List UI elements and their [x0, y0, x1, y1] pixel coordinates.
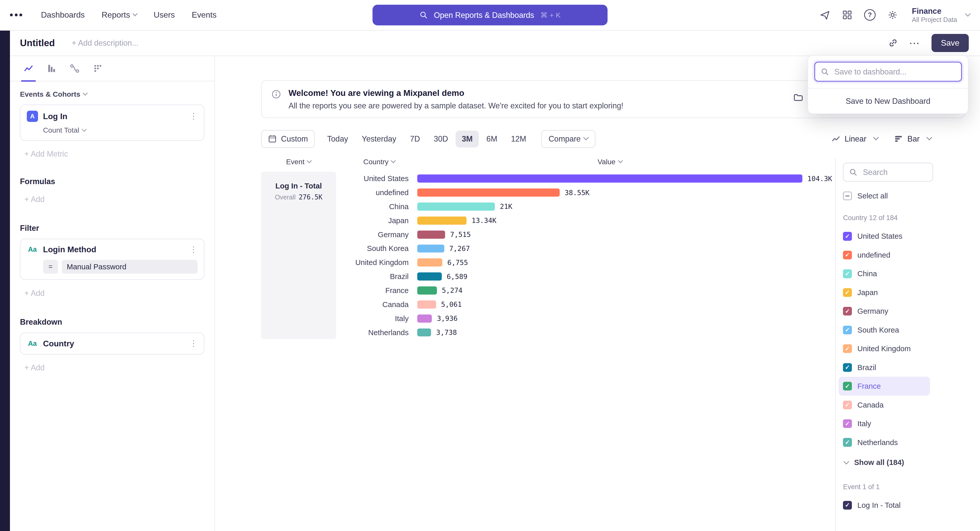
report-title[interactable]: Untitled [20, 38, 55, 48]
tab-retention[interactable] [86, 56, 110, 81]
filter-card[interactable]: Aa Login Method ⋮ = Manual Password [20, 239, 204, 280]
checkbox-checked-icon[interactable]: ✓ [843, 438, 852, 447]
metric-kebab-icon[interactable]: ⋮ [189, 112, 198, 120]
range-chip-6m[interactable]: 6M [480, 131, 504, 147]
metric-card[interactable]: A Log In ⋮ Count Total [20, 105, 204, 141]
range-chip-yesterday[interactable]: Yesterday [355, 131, 402, 147]
column-header-value[interactable]: Value [417, 158, 802, 166]
custom-date-button[interactable]: Custom [261, 130, 315, 148]
dashboard-search-input[interactable] [833, 67, 956, 77]
more-options-button[interactable]: ⋯ [909, 38, 920, 48]
country-checkbox-row[interactable]: ✓United Kingdom [838, 339, 930, 358]
checkbox-checked-icon[interactable]: ✓ [843, 251, 852, 259]
breakdown-card[interactable]: Aa Country ⋮ [20, 333, 204, 354]
nav-item-events[interactable]: Events [192, 10, 216, 20]
bar-segment[interactable] [417, 328, 431, 337]
mixpanel-logo[interactable] [10, 14, 22, 16]
apps-grid-icon[interactable] [842, 10, 852, 20]
tab-insights[interactable] [17, 56, 40, 81]
event-checkbox-row[interactable]: ✓Log In - Total [838, 496, 930, 514]
chart-type-selector[interactable]: Bar [894, 135, 931, 143]
breakdown-kebab-icon[interactable]: ⋮ [189, 339, 198, 348]
segment-search-field[interactable] [843, 163, 933, 181]
compare-button[interactable]: Compare [541, 130, 595, 148]
project-switcher[interactable]: Finance All Project Data [912, 6, 970, 24]
filter-value[interactable]: Manual Password [62, 260, 197, 274]
checkbox-checked-icon[interactable]: ✓ [843, 344, 852, 353]
checkbox-checked-icon[interactable]: ✓ [843, 401, 852, 409]
bar-segment[interactable] [417, 174, 802, 182]
filter-property-name[interactable]: Login Method [43, 245, 184, 254]
global-search-button[interactable]: Open Reports & Dashboards ⌘ + K [372, 5, 608, 25]
string-property-badge: Aa [27, 340, 38, 348]
country-checkbox-row[interactable]: ✓South Korea [838, 320, 930, 339]
metric-name[interactable]: Log In [43, 112, 184, 121]
filter-kebab-icon[interactable]: ⋮ [189, 246, 198, 254]
indeterminate-checkbox[interactable] [843, 192, 852, 200]
scale-selector[interactable]: Linear [832, 135, 878, 143]
range-chip-7d[interactable]: 7D [404, 131, 426, 147]
country-checkbox-row[interactable]: ✓undefined [838, 246, 930, 264]
checkbox-checked-icon[interactable]: ✓ [843, 501, 852, 510]
bar-segment[interactable] [417, 300, 436, 309]
country-checkbox-row[interactable]: ✓France [838, 377, 930, 395]
segment-search-input[interactable] [862, 167, 927, 177]
bar-segment[interactable] [417, 314, 432, 323]
checkbox-checked-icon[interactable]: ✓ [843, 232, 852, 241]
range-chip-today[interactable]: Today [321, 131, 355, 147]
range-chip-30d[interactable]: 30D [428, 131, 454, 147]
country-checkbox-row[interactable]: ✓Japan [838, 283, 930, 302]
bar-segment[interactable] [417, 217, 466, 225]
breakdown-property-name[interactable]: Country [43, 339, 184, 349]
checkbox-checked-icon[interactable]: ✓ [843, 382, 852, 390]
checkbox-checked-icon[interactable]: ✓ [843, 307, 852, 315]
tab-flows[interactable] [63, 56, 86, 81]
country-checkbox-row[interactable]: ✓Netherlands [838, 433, 930, 452]
checkbox-checked-icon[interactable]: ✓ [843, 288, 852, 297]
column-header-country[interactable]: Country [341, 158, 417, 166]
bar-segment[interactable] [417, 273, 442, 281]
aggregation-selector[interactable]: Count Total [43, 126, 198, 135]
bar-segment[interactable] [417, 244, 444, 253]
nav-item-dashboards[interactable]: Dashboards [41, 10, 85, 20]
checkbox-checked-icon[interactable]: ✓ [843, 363, 852, 372]
checkbox-checked-icon[interactable]: ✓ [843, 269, 852, 278]
country-checkbox-row[interactable]: ✓Germany [838, 302, 930, 320]
range-chip-3m[interactable]: 3M [455, 131, 479, 147]
copy-link-icon[interactable] [888, 38, 898, 48]
events-cohorts-section-label[interactable]: Events & Cohorts [20, 90, 204, 98]
help-icon[interactable]: ? [864, 9, 876, 21]
add-filter-button[interactable]: + Add [24, 289, 204, 298]
save-button[interactable]: Save [932, 34, 969, 52]
series-summary[interactable]: Log In - Total Overall276.5K [261, 172, 336, 339]
nav-item-reports[interactable]: Reports [102, 10, 137, 20]
select-all-row[interactable]: Select all [843, 192, 972, 200]
bar-segment[interactable] [417, 231, 445, 239]
add-description-button[interactable]: + Add description... [72, 38, 138, 48]
send-feedback-icon[interactable] [820, 10, 830, 21]
dashboard-search-field[interactable] [815, 62, 962, 82]
country-checkbox-row[interactable]: ✓Italy [838, 414, 930, 433]
add-metric-button[interactable]: + Add Metric [24, 149, 204, 159]
country-checkbox-row[interactable]: ✓United States [838, 227, 930, 246]
tab-funnels[interactable] [40, 56, 63, 81]
country-checkbox-row[interactable]: ✓Canada [838, 396, 930, 414]
add-formula-button[interactable]: + Add [24, 195, 204, 204]
bar-segment[interactable] [417, 287, 437, 295]
checkbox-checked-icon[interactable]: ✓ [843, 419, 852, 428]
filter-operator[interactable]: = [43, 260, 58, 274]
checkbox-checked-icon[interactable]: ✓ [843, 326, 852, 334]
bar-segment[interactable] [417, 203, 495, 211]
settings-gear-icon[interactable] [888, 10, 897, 20]
country-checkbox-row[interactable]: ✓Brazil [838, 358, 930, 377]
save-to-new-dashboard-item[interactable]: Save to New Dashboard [808, 88, 968, 114]
bar-segment[interactable] [417, 258, 442, 266]
chart-row: United Kingdom6,755 [341, 255, 835, 269]
country-checkbox-row[interactable]: ✓China [838, 265, 930, 283]
show-all-button[interactable]: Show all (184) [843, 458, 972, 467]
range-chip-12m[interactable]: 12M [505, 131, 533, 147]
bar-segment[interactable] [417, 189, 560, 197]
nav-item-users[interactable]: Users [154, 10, 175, 20]
add-breakdown-button[interactable]: + Add [24, 363, 204, 372]
column-header-event[interactable]: Event [261, 158, 336, 166]
